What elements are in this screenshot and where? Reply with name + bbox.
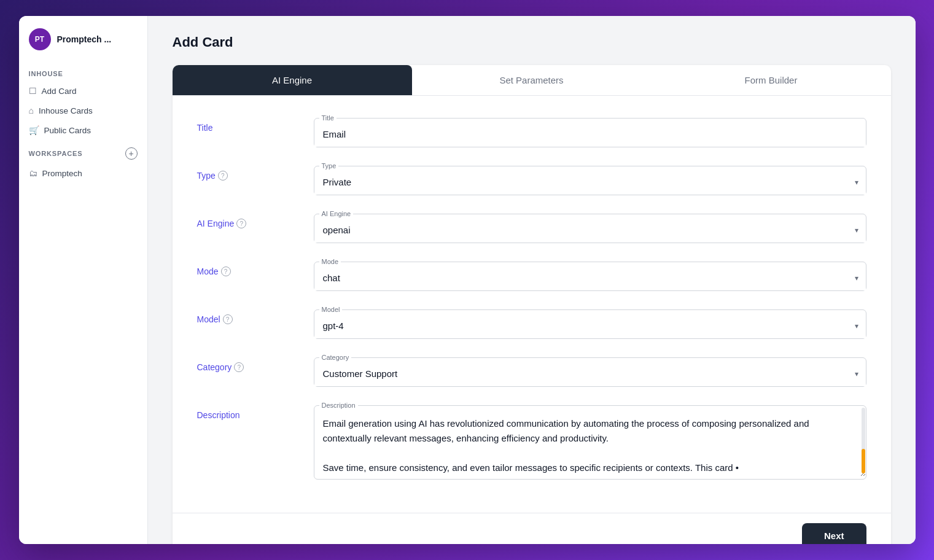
category-row: Category ? Category Customer Support Sal… xyxy=(197,354,866,387)
org-name: Promptech ... xyxy=(57,34,112,44)
textarea-scrollbar[interactable] xyxy=(862,408,865,473)
mode-help-icon[interactable]: ? xyxy=(221,266,231,276)
ai-engine-label: AI Engine ? xyxy=(197,210,295,228)
home-icon: ⌂ xyxy=(29,106,34,115)
mode-row: Mode ? Mode chat completion xyxy=(197,258,866,291)
ai-engine-row: AI Engine ? AI Engine openai anthropic xyxy=(197,210,866,243)
model-label: Model ? xyxy=(197,306,295,324)
ai-engine-field-wrapper: AI Engine openai anthropic cohere ▾ xyxy=(314,210,866,243)
ai-engine-fieldset: AI Engine openai anthropic cohere ▾ xyxy=(314,210,866,243)
category-select[interactable]: Customer Support Sales Marketing Enginee… xyxy=(314,361,866,386)
model-select[interactable]: gpt-4 gpt-3.5-turbo gpt-4-turbo xyxy=(314,313,866,338)
category-label: Category ? xyxy=(197,354,295,372)
tab-set-parameters[interactable]: Set Parameters xyxy=(412,65,652,95)
model-fieldset: Model gpt-4 gpt-3.5-turbo gpt-4-turbo ▾ xyxy=(314,306,866,339)
mode-select[interactable]: chat completion xyxy=(314,265,866,290)
ai-engine-select[interactable]: openai anthropic cohere xyxy=(314,217,866,243)
category-help-icon[interactable]: ? xyxy=(234,362,244,372)
title-legend: Title xyxy=(319,114,337,122)
model-select-wrapper: gpt-4 gpt-3.5-turbo gpt-4-turbo ▾ xyxy=(314,313,866,338)
mode-field-wrapper: Mode chat completion ▾ xyxy=(314,258,866,291)
form-footer: Next xyxy=(173,513,891,544)
sidebar-item-add-card[interactable]: ☐ Add Card xyxy=(19,81,147,101)
tab-ai-engine[interactable]: AI Engine xyxy=(173,65,412,95)
cart-icon: 🛒 xyxy=(29,125,39,135)
category-legend: Category xyxy=(319,354,352,361)
description-label: Description xyxy=(197,402,295,420)
sidebar-item-promptech[interactable]: 🗂 Promptech xyxy=(19,163,147,183)
type-label: Type ? xyxy=(197,162,295,181)
tabs-row: AI Engine Set Parameters Form Builder xyxy=(173,65,891,96)
workspace-icon: 🗂 xyxy=(29,168,37,178)
avatar: PT xyxy=(29,28,51,50)
sidebar-header: PT Promptech ... xyxy=(19,28,147,63)
add-workspace-button[interactable]: + xyxy=(125,147,138,160)
title-fieldset: Title xyxy=(314,114,866,147)
page-title: Add Card xyxy=(173,34,891,50)
description-field-wrapper: Description Email generation using AI ha… xyxy=(314,402,866,480)
mode-fieldset: Mode chat completion ▾ xyxy=(314,258,866,291)
type-help-icon[interactable]: ? xyxy=(218,171,228,181)
category-fieldset: Category Customer Support Sales Marketin… xyxy=(314,354,866,387)
type-row: Type ? Type Private Public xyxy=(197,162,866,195)
mode-legend: Mode xyxy=(319,258,341,265)
model-help-icon[interactable]: ? xyxy=(223,314,233,324)
description-fieldset: Description Email generation using AI ha… xyxy=(314,402,866,480)
workspaces-label: WORKSPACES xyxy=(29,150,83,157)
title-field-wrapper: Title xyxy=(314,114,866,147)
ai-engine-help-icon[interactable]: ? xyxy=(236,219,246,228)
sidebar-item-inhouse-cards[interactable]: ⌂ Inhouse Cards xyxy=(19,101,147,120)
title-row: Title Title xyxy=(197,114,866,147)
description-legend: Description xyxy=(319,402,358,409)
sidebar-item-label: Add Card xyxy=(42,87,77,96)
description-textarea[interactable]: Email generation using AI has revolution… xyxy=(314,409,866,476)
card-icon: ☐ xyxy=(29,86,37,96)
sidebar-item-label: Inhouse Cards xyxy=(39,106,93,115)
type-field-wrapper: Type Private Public ▾ xyxy=(314,162,866,195)
main-content: Add Card AI Engine Set Parameters Form B… xyxy=(148,16,916,544)
form-body: Title Title Type ? xyxy=(173,96,891,513)
workspaces-header: WORKSPACES + xyxy=(19,140,147,163)
type-legend: Type xyxy=(319,162,339,169)
tab-form-builder[interactable]: Form Builder xyxy=(652,65,891,95)
model-legend: Model xyxy=(319,306,343,313)
title-input[interactable] xyxy=(314,122,866,147)
mode-select-wrapper: chat completion ▾ xyxy=(314,265,866,290)
card-panel: AI Engine Set Parameters Form Builder Ti… xyxy=(173,65,891,544)
category-field-wrapper: Category Customer Support Sales Marketin… xyxy=(314,354,866,387)
next-button[interactable]: Next xyxy=(802,523,866,544)
inhouse-section-label: INHOUSE xyxy=(19,63,147,81)
sidebar-item-label: Promptech xyxy=(42,169,82,178)
model-field-wrapper: Model gpt-4 gpt-3.5-turbo gpt-4-turbo ▾ xyxy=(314,306,866,339)
title-label: Title xyxy=(197,114,295,133)
type-select[interactable]: Private Public xyxy=(314,169,866,195)
category-select-wrapper: Customer Support Sales Marketing Enginee… xyxy=(314,361,866,386)
ai-engine-select-wrapper: openai anthropic cohere ▾ xyxy=(314,217,866,243)
sidebar-item-label: Public Cards xyxy=(44,126,91,135)
model-row: Model ? Model gpt-4 gpt-3.5-turbo xyxy=(197,306,866,339)
sidebar-item-public-cards[interactable]: 🛒 Public Cards xyxy=(19,120,147,140)
type-select-wrapper: Private Public ▾ xyxy=(314,169,866,195)
ai-engine-legend: AI Engine xyxy=(319,210,354,217)
type-fieldset: Type Private Public ▾ xyxy=(314,162,866,195)
sidebar: PT Promptech ... INHOUSE ☐ Add Card ⌂ In… xyxy=(19,16,148,544)
mode-label: Mode ? xyxy=(197,258,295,276)
scrollbar-thumb xyxy=(862,449,865,473)
description-row: Description Description Email generation… xyxy=(197,402,866,480)
